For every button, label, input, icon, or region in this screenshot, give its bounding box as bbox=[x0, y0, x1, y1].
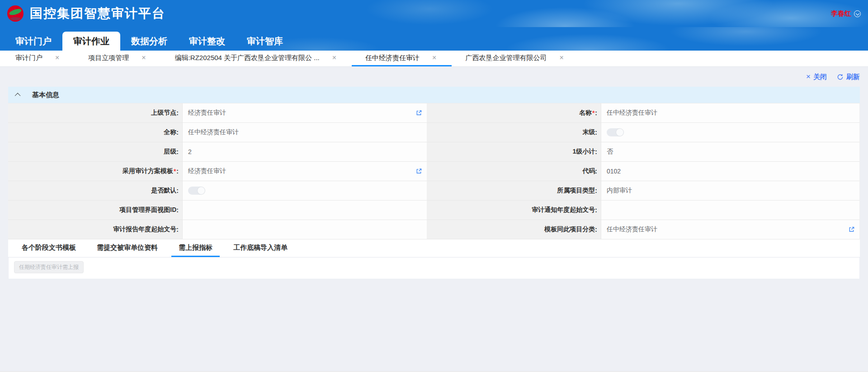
field-parent-node[interactable]: 经济责任审计 bbox=[183, 103, 427, 123]
basic-info-header[interactable]: 基本信息 bbox=[8, 87, 860, 103]
user-name[interactable]: 李春红 bbox=[831, 9, 851, 18]
field-label-full-name: 全称: bbox=[8, 123, 183, 142]
field-label-level: 层级: bbox=[8, 142, 183, 162]
required-mark: * bbox=[592, 109, 594, 117]
refresh-page-button[interactable]: 刷新 bbox=[837, 73, 860, 81]
close-icon[interactable]: × bbox=[559, 54, 563, 61]
field-value: 任中经济责任审计 bbox=[607, 225, 657, 234]
close-icon[interactable]: × bbox=[432, 54, 436, 61]
field-project-type[interactable]: 内部审计 bbox=[601, 181, 860, 201]
app-logo-icon bbox=[7, 5, 24, 22]
detail-tab-content: 任期经济责任审计需上报 bbox=[8, 257, 860, 279]
main-nav: 审计门户 审计作业 数据分析 审计整改 审计智库 bbox=[0, 27, 868, 51]
field-label-level1-subtotal: 1级小计: bbox=[427, 142, 601, 162]
tab-project-approval[interactable]: 项目立项管理 × bbox=[75, 51, 161, 66]
close-icon[interactable]: × bbox=[806, 72, 811, 81]
field-label-report-doc-no: 审计报告年度起始文号: bbox=[8, 220, 183, 239]
subtab-working-paper-import[interactable]: 工作底稿导入清单 bbox=[226, 239, 295, 257]
field-label-parent-node: 上级节点: bbox=[8, 103, 183, 123]
page-content: × 关闭 刷新 基本信息 上级节点: 经济责任审计 bbox=[0, 67, 868, 279]
required-mark: * bbox=[174, 168, 176, 175]
field-value: 2 bbox=[188, 148, 192, 155]
field-notice-doc-no[interactable] bbox=[601, 201, 860, 220]
tenure-report-button[interactable]: 任期经济责任审计需上报 bbox=[14, 261, 84, 273]
app-title: 国控集团智慧审计平台 bbox=[30, 5, 165, 22]
field-leaf-level bbox=[601, 123, 860, 142]
field-level[interactable]: 2 bbox=[183, 142, 427, 162]
basic-info-form: 上级节点: 经济责任审计 名称*: 任中经济责任审计 全称: bbox=[8, 103, 860, 239]
subtab-required-materials[interactable]: 需提交被审单位资料 bbox=[90, 239, 165, 257]
field-name[interactable]: 任中经济责任审计 bbox=[601, 103, 860, 123]
bottom-strip bbox=[0, 371, 868, 379]
external-link-icon[interactable] bbox=[415, 110, 422, 117]
close-icon[interactable]: × bbox=[332, 54, 336, 61]
field-report-doc-no[interactable] bbox=[183, 220, 427, 239]
close-page-button[interactable]: × 关闭 bbox=[806, 72, 827, 81]
field-label-notice-doc-no: 审计通知年度起始文号: bbox=[427, 201, 601, 220]
field-template-category[interactable]: 任中经济责任审计 bbox=[601, 220, 860, 239]
is-default-toggle[interactable] bbox=[188, 187, 205, 195]
chevron-down-icon[interactable] bbox=[854, 10, 861, 17]
detail-tab-bar: 各个阶段文书模板 需提交被审单位资料 需上报指标 工作底稿导入清单 bbox=[8, 239, 860, 257]
field-value: 任中经济责任审计 bbox=[607, 109, 657, 117]
leaf-level-toggle[interactable] bbox=[607, 128, 624, 136]
refresh-icon[interactable] bbox=[837, 74, 844, 80]
app-header: 国控集团智慧审计平台 李春红 bbox=[0, 0, 868, 27]
field-label-is-default: 是否默认: bbox=[8, 181, 183, 201]
page-actions: × 关闭 刷新 bbox=[8, 67, 860, 87]
section-title: 基本信息 bbox=[32, 91, 59, 99]
close-icon[interactable]: × bbox=[55, 54, 59, 61]
nav-item-audit-portal[interactable]: 审计门户 bbox=[5, 32, 62, 51]
field-value: 任中经济责任审计 bbox=[188, 128, 239, 136]
subtab-report-indicators[interactable]: 需上报指标 bbox=[171, 239, 220, 257]
field-label-template-category: 模板同此项目分类: bbox=[427, 220, 601, 239]
field-view-id[interactable] bbox=[183, 201, 427, 220]
field-is-default bbox=[183, 181, 427, 201]
field-value: 内部审计 bbox=[607, 187, 632, 195]
field-label-project-type: 所属项目类型: bbox=[427, 181, 601, 201]
toggle-knob bbox=[616, 129, 623, 136]
nav-item-audit-rectify[interactable]: 审计整改 bbox=[178, 32, 236, 51]
tab-label[interactable]: 广西农垦企业管理有限公司 bbox=[465, 54, 547, 62]
field-label-code: 代码: bbox=[427, 162, 601, 181]
close-label[interactable]: 关闭 bbox=[813, 73, 827, 81]
field-value: 0102 bbox=[607, 168, 621, 175]
tab-guangxi-nongken[interactable]: 广西农垦企业管理有限公司 × bbox=[452, 51, 579, 66]
tab-edit-rz202504[interactable]: 编辑:RZ202504 关于广西农垦企业管理有限公 ... × bbox=[161, 51, 352, 66]
field-label-leaf-level: 末级: bbox=[427, 123, 601, 142]
field-label-view-id: 项目管理界面视图ID: bbox=[8, 201, 183, 220]
field-value: 经济责任审计 bbox=[188, 167, 226, 175]
basic-info-panel: 基本信息 上级节点: 经济责任审计 名称*: 任中经济责任审计 bbox=[8, 87, 860, 279]
open-tab-bar: 审计门户 × 项目立项管理 × 编辑:RZ202504 关于广西农垦企业管理有限… bbox=[0, 51, 868, 67]
field-value: 否 bbox=[607, 148, 613, 156]
close-icon[interactable]: × bbox=[142, 54, 146, 61]
external-link-icon[interactable] bbox=[415, 168, 422, 175]
subtab-stage-doc-templates[interactable]: 各个阶段文书模板 bbox=[14, 239, 83, 257]
chevron-up-icon[interactable] bbox=[15, 93, 21, 98]
tab-audit-portal[interactable]: 审计门户 × bbox=[2, 51, 75, 66]
tab-midterm-economic-audit[interactable]: 任中经济责任审计 × bbox=[352, 51, 452, 66]
tab-label[interactable]: 编辑:RZ202504 关于广西农垦企业管理有限公 ... bbox=[175, 54, 320, 62]
field-level1-subtotal[interactable]: 否 bbox=[601, 142, 860, 162]
field-full-name[interactable]: 任中经济责任审计 bbox=[183, 123, 427, 142]
tab-label[interactable]: 审计门户 bbox=[15, 54, 42, 62]
field-code[interactable]: 0102 bbox=[601, 162, 860, 181]
external-link-icon[interactable] bbox=[848, 226, 855, 233]
field-label-name: 名称*: bbox=[427, 103, 601, 123]
user-menu[interactable]: 李春红 bbox=[831, 9, 861, 18]
field-value: 经济责任审计 bbox=[188, 109, 226, 117]
nav-item-audit-knowledge[interactable]: 审计智库 bbox=[236, 32, 294, 51]
refresh-label[interactable]: 刷新 bbox=[846, 73, 860, 81]
tab-label[interactable]: 项目立项管理 bbox=[88, 54, 129, 62]
nav-item-data-analysis[interactable]: 数据分析 bbox=[120, 32, 178, 51]
tab-label[interactable]: 任中经济责任审计 bbox=[365, 54, 420, 62]
field-label-audit-plan-template: 采用审计方案模板*: bbox=[8, 162, 183, 181]
toggle-knob bbox=[198, 187, 205, 194]
nav-item-audit-work[interactable]: 审计作业 bbox=[62, 32, 120, 51]
field-audit-plan-template[interactable]: 经济责任审计 bbox=[183, 162, 427, 181]
